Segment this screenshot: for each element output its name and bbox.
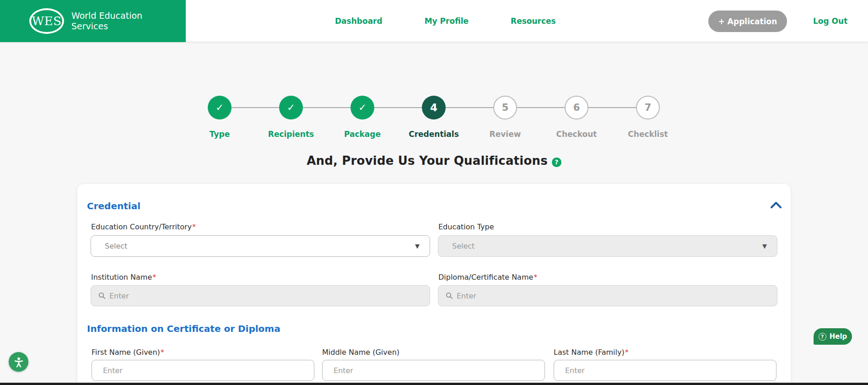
step-circle-complete[interactable]: ✓ bbox=[279, 96, 303, 119]
info-section-heading: Information on Certificate or Diploma bbox=[87, 323, 280, 334]
check-icon: ✓ bbox=[358, 102, 367, 113]
step-circle-complete[interactable]: ✓ bbox=[208, 96, 232, 119]
first-name-input-box[interactable] bbox=[92, 360, 314, 381]
accessibility-button[interactable] bbox=[9, 352, 28, 372]
diploma-name-field[interactable] bbox=[457, 292, 771, 300]
help-question-icon: ? bbox=[819, 333, 826, 341]
diploma-name-input-box[interactable] bbox=[438, 285, 777, 306]
main-nav: Dashboard My Profile Resources bbox=[335, 0, 556, 42]
step-number: 7 bbox=[645, 102, 652, 113]
page-title-row: And, Provide Us Your Qualifications ? bbox=[0, 154, 868, 168]
step-checklist[interactable]: 7 Checklist bbox=[611, 96, 685, 139]
help-button[interactable]: ? Help bbox=[814, 328, 852, 345]
label-text: Education Type bbox=[438, 222, 494, 231]
step-number: 6 bbox=[573, 102, 580, 113]
institution-name-input-box[interactable] bbox=[91, 285, 430, 306]
select-placeholder: Select bbox=[105, 242, 415, 250]
education-country-select[interactable]: Select ▼ bbox=[91, 235, 430, 257]
check-icon: ✓ bbox=[216, 102, 224, 113]
wes-logo-name-line1: World Education bbox=[71, 11, 142, 21]
logout-link[interactable]: Log Out bbox=[813, 0, 847, 42]
header: WES World Education Services Dashboard M… bbox=[0, 0, 868, 42]
institution-name-label: Institution Name* bbox=[91, 273, 156, 282]
step-circle-upcoming[interactable]: 6 bbox=[565, 96, 588, 119]
help-button-label: Help bbox=[830, 332, 847, 341]
bottom-scrollbar[interactable] bbox=[0, 383, 868, 385]
education-country-label: Education Country/Territory* bbox=[91, 222, 196, 231]
step-label: Checkout bbox=[556, 130, 597, 139]
last-name-field[interactable] bbox=[565, 366, 770, 375]
step-circle-upcoming[interactable]: 5 bbox=[493, 96, 517, 119]
step-label: Type bbox=[210, 130, 230, 139]
middle-name-label: Middle Name (Given) bbox=[322, 348, 399, 357]
label-text: Last Name (Family) bbox=[554, 348, 625, 357]
wes-logo-mark: WES bbox=[32, 14, 61, 28]
wes-logo-oval: WES bbox=[29, 8, 64, 34]
page-title: And, Provide Us Your Qualifications bbox=[307, 154, 548, 168]
label-text: Institution Name bbox=[91, 273, 152, 282]
nav-resources[interactable]: Resources bbox=[511, 16, 556, 26]
title-help-icon[interactable]: ? bbox=[552, 157, 561, 167]
select-placeholder: Select bbox=[452, 242, 762, 250]
wes-logo[interactable]: WES World Education Services bbox=[0, 0, 186, 42]
required-asterisk: * bbox=[161, 348, 164, 357]
last-name-label: Last Name (Family)* bbox=[554, 348, 629, 357]
chevron-up-icon bbox=[770, 201, 782, 209]
institution-name-field[interactable] bbox=[109, 292, 423, 300]
diploma-name-label: Diploma/Certificate Name* bbox=[438, 273, 537, 282]
step-circle-upcoming[interactable]: 7 bbox=[636, 96, 660, 119]
label-text: First Name (Given) bbox=[92, 348, 160, 357]
credential-card: Credential Education Country/Territory* … bbox=[77, 184, 791, 385]
step-credentials-active[interactable]: 4 Credentials bbox=[397, 96, 470, 139]
step-review[interactable]: 5 Review bbox=[469, 96, 542, 139]
step-label: Package bbox=[344, 130, 381, 139]
step-label: Credentials bbox=[409, 130, 459, 139]
middle-name-input-box[interactable] bbox=[322, 360, 545, 381]
step-circle-active[interactable]: 4 bbox=[422, 96, 446, 119]
step-type[interactable]: ✓ Type bbox=[183, 96, 256, 139]
label-text: Diploma/Certificate Name bbox=[438, 273, 533, 282]
nav-my-profile[interactable]: My Profile bbox=[425, 16, 469, 26]
step-label: Review bbox=[490, 130, 521, 139]
step-package[interactable]: ✓ Package bbox=[326, 96, 399, 139]
first-name-label: First Name (Given)* bbox=[92, 348, 164, 357]
label-text: Education Country/Territory bbox=[91, 222, 192, 231]
step-label: Recipients bbox=[268, 130, 314, 139]
dropdown-arrow-icon: ▼ bbox=[762, 243, 767, 249]
last-name-input-box[interactable] bbox=[554, 360, 776, 381]
step-number: 4 bbox=[430, 102, 437, 114]
credential-section-heading: Credential bbox=[87, 201, 140, 211]
search-icon bbox=[446, 292, 453, 299]
step-circle-complete[interactable]: ✓ bbox=[350, 96, 374, 119]
add-application-button[interactable]: + Application bbox=[708, 11, 787, 32]
step-label: Checklist bbox=[628, 130, 668, 139]
required-asterisk: * bbox=[152, 273, 156, 282]
step-number: 5 bbox=[502, 102, 509, 113]
label-text: Middle Name (Given) bbox=[322, 348, 399, 357]
check-icon: ✓ bbox=[287, 102, 295, 113]
education-type-select[interactable]: Select ▼ bbox=[438, 235, 777, 257]
education-type-label: Education Type bbox=[438, 222, 494, 231]
step-checkout[interactable]: 6 Checkout bbox=[540, 96, 613, 139]
first-name-field[interactable] bbox=[103, 366, 307, 375]
nav-dashboard[interactable]: Dashboard bbox=[335, 16, 383, 26]
search-icon bbox=[98, 292, 106, 299]
required-asterisk: * bbox=[192, 222, 196, 231]
wes-logo-name-line2: Services bbox=[71, 21, 142, 32]
wes-logo-text: World Education Services bbox=[71, 11, 142, 32]
middle-name-field[interactable] bbox=[334, 366, 538, 375]
dropdown-arrow-icon: ▼ bbox=[415, 243, 420, 249]
collapse-section-button[interactable] bbox=[768, 199, 784, 211]
accessibility-icon bbox=[13, 356, 25, 368]
required-asterisk: * bbox=[625, 348, 629, 357]
step-recipients[interactable]: ✓ Recipients bbox=[254, 96, 328, 139]
required-asterisk: * bbox=[534, 273, 537, 282]
